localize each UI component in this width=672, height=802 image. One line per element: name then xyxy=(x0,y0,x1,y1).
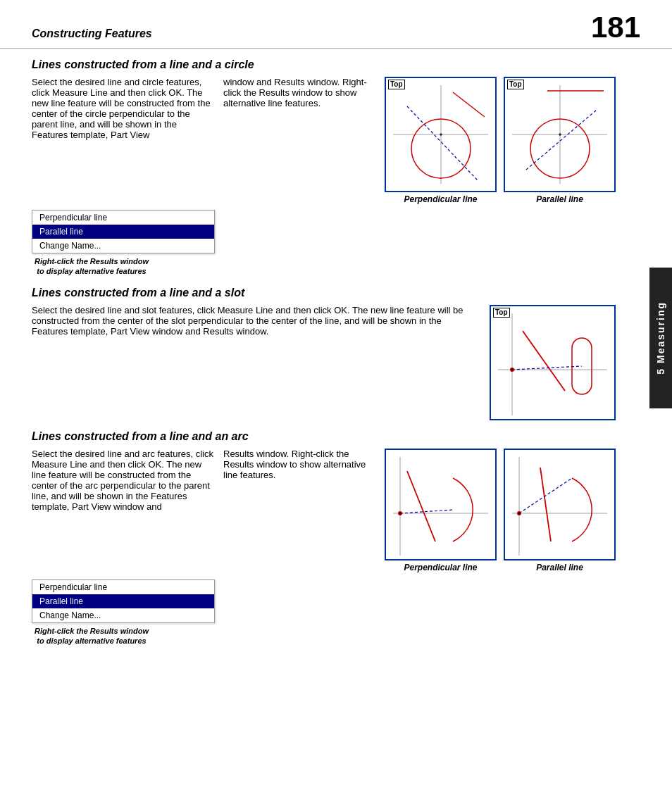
section1-context-caption: Right-click the Results window to displa… xyxy=(32,256,151,277)
svg-circle-perp xyxy=(386,78,495,191)
svg-line-25 xyxy=(400,510,453,513)
diagram-label-circle-perp: Perpendicular line xyxy=(404,194,477,204)
svg-line-24 xyxy=(407,471,435,541)
diagram-box-slot: Top xyxy=(490,305,616,420)
diagram-circle-perp: Top xyxy=(385,77,497,204)
diagram-circle-para: Top xyxy=(504,77,616,204)
page-header: Constructing Features 181 xyxy=(0,0,672,49)
section2-body: Select the desired line and slot feature… xyxy=(32,305,616,420)
section3-context-caption: Right-click the Results window to displa… xyxy=(32,626,151,646)
context-menu-item-para-3[interactable]: Parallel line xyxy=(32,594,214,608)
chapter-tab: 5 Measuring xyxy=(649,268,672,408)
section3-spacer xyxy=(226,577,616,646)
section2-diagram-area: Top xyxy=(490,305,616,420)
section3-bottom: Perpendicular line Parallel line Change … xyxy=(32,577,616,646)
context-menu-item-name-1[interactable]: Change Name... xyxy=(32,239,214,253)
diagram-arc-para: Parallel line xyxy=(504,449,616,572)
section3-left-text: Select the desired line and arc features… xyxy=(32,449,215,572)
svg-line-31 xyxy=(540,468,551,541)
section1-context-area: Perpendicular line Parallel line Change … xyxy=(32,207,215,277)
svg-line-17 xyxy=(523,331,565,391)
svg-arc-perp xyxy=(386,450,495,559)
section3-diagrams: Perpendicular line xyxy=(385,449,616,572)
diagram-box-arc-perp xyxy=(385,449,497,560)
section1-body: Select the desired line and circle featu… xyxy=(32,77,616,204)
diagram-arc-perp: Perpendicular line xyxy=(385,449,497,572)
svg-line-18 xyxy=(512,366,582,370)
page-number: 181 xyxy=(591,13,640,42)
section1-spacer xyxy=(226,207,616,277)
section3-para2: Results window. Right-click the Results … xyxy=(223,449,376,480)
section3-body: Select the desired line and arc features… xyxy=(32,449,616,572)
section3-context-area: Perpendicular line Parallel line Change … xyxy=(32,577,215,646)
section1-context-menu: Perpendicular line Parallel line Change … xyxy=(32,210,215,253)
svg-arc-para xyxy=(505,450,614,559)
section2-text: Select the desired line and slot feature… xyxy=(32,305,478,420)
section1-bottom: Perpendicular line Parallel line Change … xyxy=(32,207,616,277)
section1-title: Lines constructed from a line and a circ… xyxy=(32,58,616,71)
header-title: Constructing Features xyxy=(32,27,152,40)
section1-para2: window and Results window. Right-click t… xyxy=(223,77,376,108)
section1-middle-text: window and Results window. Right-click t… xyxy=(215,77,385,204)
context-menu-item-para-1[interactable]: Parallel line xyxy=(32,225,214,239)
diagram-slot: Top xyxy=(490,305,616,420)
diagram-label-circle-para: Parallel line xyxy=(536,194,583,204)
section2-title: Lines constructed from a line and a slot xyxy=(32,287,616,299)
top-label-3: Top xyxy=(493,308,510,318)
section1-para: Select the desired line and circle featu… xyxy=(32,77,215,140)
section3-title: Lines constructed from a line and an arc xyxy=(32,430,616,443)
section3-para: Select the desired line and arc features… xyxy=(32,449,215,512)
diagram-box-circle-para: Top xyxy=(504,77,616,192)
top-label-2: Top xyxy=(507,80,524,89)
svg-circle-para xyxy=(505,78,614,191)
chapter-tab-text: 5 Measuring xyxy=(655,301,666,375)
section2-para: Select the desired line and slot feature… xyxy=(32,305,478,337)
section1-diagrams: Top xyxy=(385,77,616,204)
diagram-label-arc-para: Parallel line xyxy=(536,563,583,572)
context-menu-item-perp-1: Perpendicular line xyxy=(32,211,214,225)
svg-slot xyxy=(491,306,614,419)
top-label-1: Top xyxy=(388,80,405,89)
main-content: Lines constructed from a line and a circ… xyxy=(0,58,672,646)
context-menu-item-perp-3: Perpendicular line xyxy=(32,580,214,594)
svg-line-3 xyxy=(407,106,478,180)
section1-left-text: Select the desired line and circle featu… xyxy=(32,77,215,204)
svg-line-4 xyxy=(453,92,485,117)
section3-context-menu: Perpendicular line Parallel line Change … xyxy=(32,579,215,623)
page-container: 5 Measuring Constructing Features 181 Li… xyxy=(0,0,672,802)
diagram-box-circle-perp: Top xyxy=(385,77,497,192)
context-menu-item-name-3[interactable]: Change Name... xyxy=(32,608,214,622)
section3-middle-text: Results window. Right-click the Results … xyxy=(215,449,385,572)
diagram-box-arc-para xyxy=(504,449,616,560)
diagram-label-arc-perp: Perpendicular line xyxy=(404,563,477,572)
